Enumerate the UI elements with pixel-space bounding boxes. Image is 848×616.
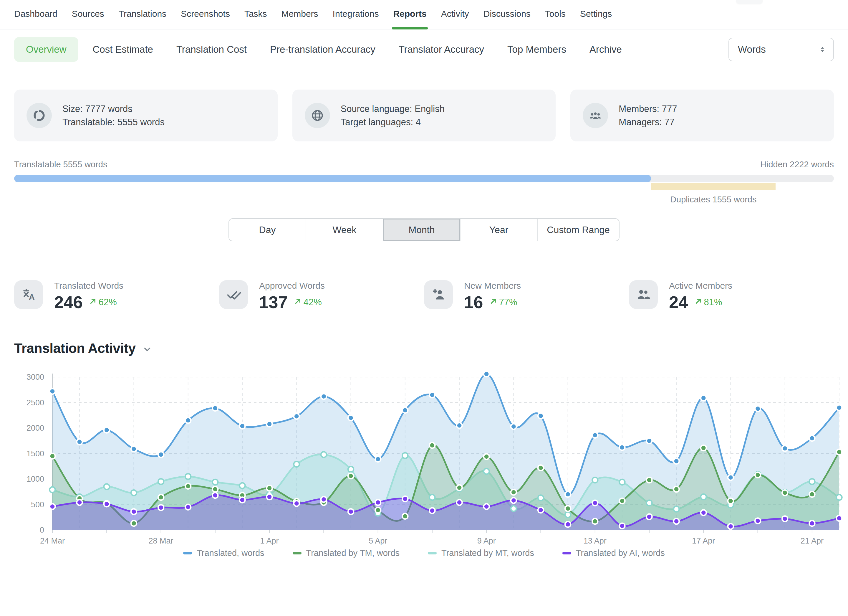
metric-cards: ATranslated Words24662%Approved Words137… (14, 280, 834, 311)
nav-item-integrations[interactable]: Integrations (333, 9, 379, 29)
nav-item-translations[interactable]: Translations (119, 9, 166, 29)
svg-text:3000: 3000 (27, 373, 44, 381)
translatable-label: Translatable 5555 words (14, 160, 107, 169)
metric-delta: 77% (489, 297, 517, 308)
svg-text:21 Apr: 21 Apr (801, 536, 824, 545)
person-plus-icon (424, 280, 453, 309)
summary-card: Size: 7777 wordsTranslatable: 5555 words (14, 89, 278, 141)
nav-item-settings[interactable]: Settings (580, 9, 612, 29)
nav-item-sources[interactable]: Sources (72, 9, 104, 29)
legend-label: Translated by AI, words (576, 548, 665, 558)
metric-card-active-members: Active Members2481% (629, 280, 834, 311)
duplicates-bar (651, 183, 775, 190)
translate-icon: A (14, 280, 43, 309)
metric-label: Translated Words (54, 281, 123, 291)
metric-label: New Members (464, 281, 521, 291)
section-head: Translation Activity (14, 340, 834, 356)
trend-up-icon (89, 297, 98, 308)
report-tab-translator-accuracy[interactable]: Translator Accuracy (399, 37, 484, 62)
trend-up-icon (294, 297, 302, 308)
chevron-down-icon[interactable] (142, 344, 152, 355)
nav-item-screenshots[interactable]: Screenshots (181, 9, 230, 29)
report-tab-cost-estimate[interactable]: Cost Estimate (93, 37, 153, 62)
metric-delta: 81% (694, 297, 722, 308)
top-nav: DashboardSourcesTranslationsScreenshotsT… (0, 0, 848, 30)
summary-line: Managers: 77 (619, 116, 677, 129)
nav-item-discussions[interactable]: Discussions (483, 9, 531, 29)
summary-line: Target languages: 4 (341, 116, 445, 129)
metric-delta: 42% (294, 297, 322, 308)
svg-text:13 Apr: 13 Apr (584, 536, 606, 545)
svg-text:28 Mar: 28 Mar (149, 536, 173, 545)
double-check-icon (219, 280, 248, 309)
progress-ring-icon (27, 103, 52, 128)
range-tab-week[interactable]: Week (305, 219, 383, 241)
words-distribution: Translatable 5555 words Hidden 2222 word… (14, 160, 834, 190)
metric-value: 16 (464, 294, 483, 311)
legend-label: Translated, words (197, 548, 264, 558)
legend-label: Translated by MT, words (441, 548, 534, 558)
divider (0, 71, 848, 71)
summary-card: Members: 777Managers: 77 (570, 89, 834, 141)
tooltip-remnant (736, 0, 763, 4)
range-tabs: DayWeekMonthYearCustom Range (228, 218, 620, 241)
report-tabs: OverviewCost EstimateTranslation CostPre… (14, 37, 645, 62)
summary-line: Size: 7777 words (62, 102, 165, 116)
legend-item-translated-by-ai-words[interactable]: Translated by AI, words (562, 548, 665, 558)
translatable-bar (14, 175, 651, 183)
duplicates-label: Duplicates 1555 words (670, 195, 756, 205)
report-tab-archive[interactable]: Archive (590, 37, 622, 62)
unit-select-value: Words (738, 44, 766, 55)
people-icon (629, 280, 658, 309)
summary-cards: Size: 7777 wordsTranslatable: 5555 words… (14, 89, 834, 141)
metric-value: 24 (669, 294, 688, 311)
report-tabs-row: OverviewCost EstimateTranslation CostPre… (14, 37, 834, 62)
trend-up-icon (489, 297, 498, 308)
summary-card: Source language: EnglishTarget languages… (292, 89, 556, 141)
nav-item-members[interactable]: Members (282, 9, 318, 29)
metric-delta: 62% (89, 297, 117, 308)
sort-arrows-icon (818, 45, 827, 54)
section-title: Translation Activity (14, 340, 136, 356)
unit-select[interactable]: Words (728, 38, 834, 61)
hidden-label: Hidden 2222 words (760, 160, 834, 169)
summary-line: Translatable: 5555 words (62, 116, 165, 129)
range-tab-year[interactable]: Year (460, 219, 537, 241)
metric-card-approved-words: Approved Words13742% (219, 280, 424, 311)
range-tab-month[interactable]: Month (383, 219, 460, 241)
svg-text:17 Apr: 17 Apr (692, 536, 715, 545)
legend-item-translated-words[interactable]: Translated, words (183, 548, 264, 558)
nav-item-tools[interactable]: Tools (545, 9, 566, 29)
svg-text:24 Mar: 24 Mar (40, 536, 65, 545)
nav-item-reports[interactable]: Reports (393, 9, 426, 29)
legend-item-translated-by-tm-words[interactable]: Translated by TM, words (293, 548, 400, 558)
report-tab-top-members[interactable]: Top Members (507, 37, 566, 62)
summary-line: Members: 777 (619, 102, 677, 116)
trend-up-icon (694, 297, 703, 308)
legend-item-translated-by-mt-words[interactable]: Translated by MT, words (428, 548, 534, 558)
metric-label: Approved Words (259, 281, 325, 291)
svg-text:1 Apr: 1 Apr (260, 536, 279, 545)
words-bar-track (14, 175, 834, 183)
nav-item-activity[interactable]: Activity (441, 9, 469, 29)
report-tab-overview[interactable]: Overview (14, 37, 78, 62)
range-tab-day[interactable]: Day (229, 219, 305, 241)
chart-legend: Translated, wordsTranslated by TM, words… (0, 548, 848, 558)
metric-value: 246 (54, 294, 83, 311)
legend-label: Translated by TM, words (306, 548, 400, 558)
report-tab-translation-cost[interactable]: Translation Cost (176, 37, 247, 62)
legend-swatch-icon (562, 552, 571, 554)
svg-text:500: 500 (31, 500, 44, 509)
svg-text:A: A (29, 292, 35, 302)
members-group-icon (583, 103, 608, 128)
legend-swatch-icon (293, 552, 301, 554)
metric-value: 137 (259, 294, 288, 311)
svg-text:0: 0 (40, 525, 44, 534)
nav-item-dashboard[interactable]: Dashboard (14, 9, 58, 29)
report-tab-pre-translation-accuracy[interactable]: Pre-translation Accuracy (270, 37, 375, 62)
translation-activity-chart: 05001000150020002500300024 Mar28 Mar1 Ap… (0, 365, 848, 548)
range-tab-custom-range[interactable]: Custom Range (537, 219, 619, 241)
metric-card-new-members: New Members1677% (424, 280, 629, 311)
svg-text:2000: 2000 (27, 424, 44, 432)
nav-item-tasks[interactable]: Tasks (245, 9, 267, 29)
